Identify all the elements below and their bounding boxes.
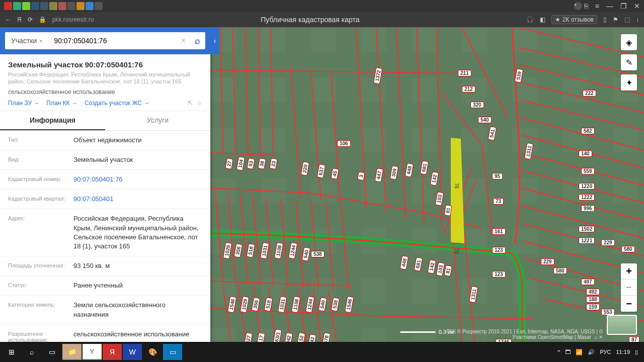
- clock[interactable]: 11:19: [616, 349, 630, 355]
- search-button[interactable]: ⌕: [22, 344, 41, 360]
- create-zhs-link[interactable]: Создать участок ЖС →: [85, 100, 149, 107]
- browser-tab[interactable]: [13, 2, 21, 10]
- search-icon[interactable]: ⌕: [190, 36, 205, 46]
- locate-button[interactable]: ✦: [621, 74, 637, 90]
- cadastral-map[interactable]: 76 76 1372211212320540541106957316112312…: [210, 27, 644, 342]
- translate-icon[interactable]: ◧: [540, 16, 545, 23]
- search-input[interactable]: [49, 37, 177, 45]
- browser-tab[interactable]: [4, 2, 12, 10]
- explorer-icon[interactable]: 📁: [62, 344, 82, 360]
- start-button[interactable]: ⊞: [2, 344, 21, 360]
- parcel-label[interactable]: 212: [462, 86, 475, 93]
- cadastral-quarter-link[interactable]: 90:07:050401: [73, 195, 114, 204]
- parcel-label[interactable]: 492: [586, 289, 600, 295]
- parcel-label[interactable]: 1502: [579, 226, 595, 232]
- browser-tab[interactable]: [67, 2, 75, 10]
- close-icon[interactable]: ✕: [634, 2, 640, 10]
- parcel-label[interactable]: 211: [458, 70, 471, 76]
- app-icon[interactable]: Я: [103, 344, 122, 360]
- chevron-up-icon[interactable]: ^: [557, 349, 560, 355]
- parcel-label[interactable]: 222: [583, 90, 596, 97]
- reload-button[interactable]: ⟳: [28, 16, 33, 23]
- lang-indicator[interactable]: РУС: [600, 349, 611, 355]
- collapse-sidebar-button[interactable]: ‹: [210, 27, 219, 54]
- volume-icon[interactable]: 🔊: [588, 349, 595, 355]
- yandex-browser-icon[interactable]: Y: [83, 344, 102, 360]
- parcel-label[interactable]: 580: [553, 267, 567, 274]
- parcel-label[interactable]: 95: [492, 173, 503, 179]
- browser-tab[interactable]: [95, 2, 103, 10]
- browser-tab[interactable]: [76, 2, 85, 10]
- parcel-label[interactable]: 188: [586, 296, 600, 303]
- minimap[interactable]: [607, 315, 637, 335]
- share-icon[interactable]: ⇱: [188, 100, 193, 107]
- parcel-label[interactable]: 497: [581, 279, 595, 285]
- taskview-button[interactable]: ▭: [42, 344, 61, 360]
- extension-icon[interactable]: ⬚: [624, 16, 630, 23]
- cadastral-number-link[interactable]: 90:07:050401:76: [73, 175, 123, 184]
- search-category-dropdown[interactable]: Участки: [5, 37, 49, 45]
- word-icon[interactable]: W: [123, 344, 142, 360]
- parcel-label[interactable]: 161: [492, 228, 506, 235]
- browser-tab[interactable]: [49, 2, 57, 10]
- browser-tab[interactable]: [40, 2, 48, 10]
- parcel-label[interactable]: 42: [308, 334, 316, 342]
- clear-icon[interactable]: ×: [177, 36, 190, 45]
- headphones-icon[interactable]: 🎧: [526, 16, 534, 23]
- parcel-label[interactable]: 1222: [579, 194, 595, 201]
- parcel-label[interactable]: 123: [492, 271, 506, 278]
- wifi-icon[interactable]: 📶: [576, 349, 583, 355]
- parcel-label[interactable]: 1221: [579, 237, 595, 244]
- star-icon[interactable]: ☆: [197, 100, 202, 107]
- notifications-icon[interactable]: ▯: [635, 349, 638, 355]
- plan-kk-link[interactable]: План КК →: [46, 100, 77, 107]
- parcel-label[interactable]: 538: [311, 251, 325, 257]
- plan-zu-link[interactable]: План ЗУ →: [8, 100, 39, 107]
- rating-badge[interactable]: ★ 2К отзывов: [551, 15, 597, 24]
- maximize-icon[interactable]: ❐: [620, 2, 627, 10]
- parcel-label[interactable]: 229: [601, 239, 615, 246]
- parcel-label[interactable]: 73: [493, 198, 504, 205]
- app-icon[interactable]: ▭: [163, 344, 182, 360]
- menu-icon[interactable]: ≡: [595, 2, 599, 10]
- parcel-label[interactable]: 123: [492, 247, 506, 253]
- browser-tab[interactable]: [31, 2, 39, 10]
- parcel-label[interactable]: 3: [357, 172, 365, 181]
- flag-icon[interactable]: ⚑: [613, 16, 618, 23]
- app-icon[interactable]: 🎨: [143, 344, 162, 360]
- battery-icon[interactable]: 🗔: [565, 349, 571, 355]
- zoom-out-button[interactable]: −: [621, 296, 637, 312]
- windows-taskbar[interactable]: ⊞ ⌕ ▭ 📁 Y Я W 🎨 ▭ ^ 🗔 📶 🔊 РУС 11:19 ▯: [0, 342, 644, 362]
- url-text[interactable]: pkk.rosreestr.ru: [52, 16, 94, 23]
- parcel-label[interactable]: 87: [629, 336, 639, 342]
- tab-info[interactable]: Информация: [0, 111, 105, 130]
- parcel-label[interactable]: 559: [581, 168, 595, 174]
- browser-tab[interactable]: [86, 2, 94, 10]
- parcel-label[interactable]: 582: [581, 128, 595, 134]
- minimize-icon[interactable]: —: [606, 2, 613, 10]
- bookmark-icon[interactable]: ▯: [603, 16, 607, 23]
- zoom-in-button[interactable]: +: [621, 263, 637, 280]
- measure-button[interactable]: ✎: [621, 54, 637, 70]
- copy-icon[interactable]: ⎘: [584, 2, 588, 10]
- parcel-label[interactable]: 159: [586, 304, 600, 310]
- tab-services[interactable]: Услуги: [105, 111, 210, 130]
- download-icon[interactable]: ↓: [636, 16, 639, 23]
- browser-tab[interactable]: [58, 2, 66, 10]
- parcel-label[interactable]: 540: [478, 117, 492, 123]
- zoom-dot[interactable]: ⋯: [621, 280, 637, 296]
- info-label: Кадастровый квартал:: [8, 195, 73, 202]
- system-tray[interactable]: ^ 🗔 📶 🔊 РУС 11:19 ▯: [557, 349, 642, 355]
- parcel-label[interactable]: 580: [621, 246, 635, 252]
- parcel-label[interactable]: 1220: [579, 183, 595, 190]
- parcel-label[interactable]: 106: [337, 140, 351, 147]
- parcel-label[interactable]: 140: [579, 150, 592, 157]
- parcel-label[interactable]: 996: [581, 205, 595, 212]
- parcel-label[interactable]: 320: [470, 102, 484, 108]
- layers-button[interactable]: ◈: [621, 34, 637, 50]
- parcel-label[interactable]: 229: [541, 258, 554, 265]
- new-tab-button[interactable]: +: [574, 2, 582, 10]
- back-button[interactable]: ←: [5, 16, 11, 23]
- browser-tab[interactable]: [22, 2, 30, 10]
- yandex-icon[interactable]: Я: [17, 16, 22, 23]
